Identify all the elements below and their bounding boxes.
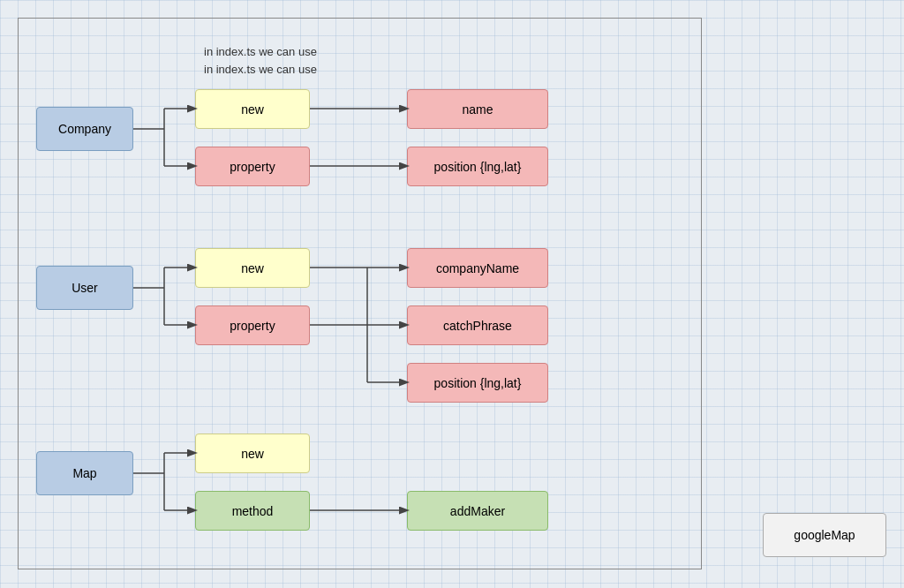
main-diagram-box: in index.ts we can use in index.ts we ca… [18,18,702,569]
company-position-node: position {lng,lat} [407,147,548,186]
user-new-node: new [195,248,310,288]
company-property-node: property [195,147,310,186]
user-property-node: property [195,305,310,345]
user-companyName-node: companyName [407,248,548,288]
user-catchPhrase-node: catchPhrase [407,305,548,345]
googleMap-node: googleMap [763,513,886,557]
user-node: User [36,266,133,310]
map-addMaker-node: addMaker [407,491,548,531]
annotation-line2: in index.ts we can use [204,63,317,76]
company-node: Company [36,107,133,151]
company-new-node: new [195,89,310,129]
map-new-node: new [195,433,310,473]
map-node: Map [36,451,133,495]
user-position-node: position {lng,lat} [407,363,548,403]
map-method-node: method [195,491,310,531]
company-name-node: name [407,89,548,129]
annotation-line1: in index.ts we can use [204,45,317,58]
